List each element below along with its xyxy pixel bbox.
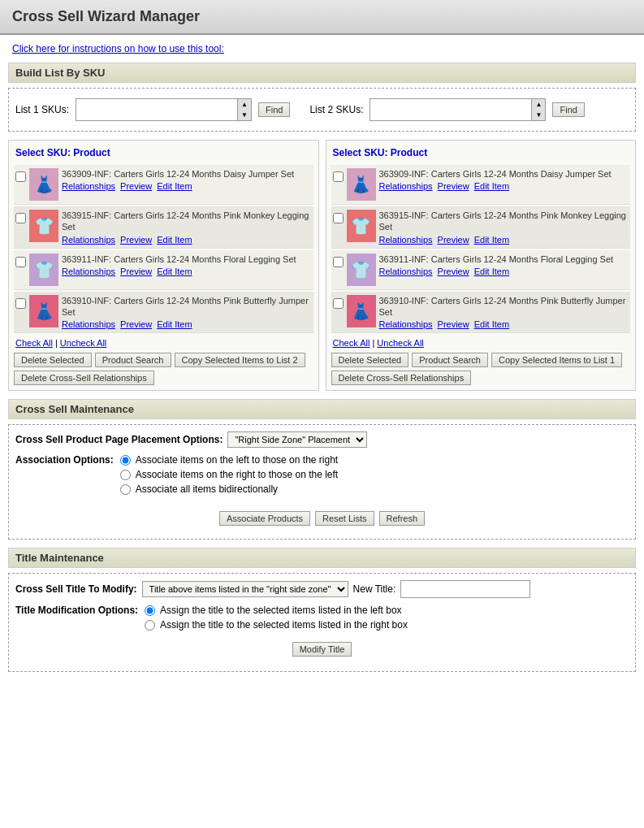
list2-products: 👗363909-INF: Carters Girls 12-24 Months … [331, 165, 631, 333]
associate-products-button[interactable]: Associate Products [219, 511, 310, 526]
product-name: 363910-INF: Carters Girls 12-24 Months P… [62, 295, 312, 319]
product-checkbox-p2l1[interactable] [15, 213, 26, 223]
product-link-preview[interactable]: Preview [438, 235, 469, 245]
product-link-edit-item[interactable]: Edit Item [474, 181, 509, 191]
product-link-relationships[interactable]: Relationships [379, 181, 433, 191]
list1-find-button[interactable]: Find [258, 102, 290, 117]
build-list-section: List 1 SKUs: ▲ ▼ Find List 2 SKUs: ▲ ▼ F… [8, 88, 636, 132]
product-checkbox-p4l1[interactable] [15, 298, 26, 309]
product-checkbox-p1l1[interactable] [15, 171, 26, 182]
product-link-preview[interactable]: Preview [438, 267, 469, 276]
list-item: 👗363909-INF: Carters Girls 12-24 Months … [331, 165, 631, 205]
list2-sku-input[interactable] [370, 98, 532, 121]
list1-action-buttons: Delete Selected Product Search Copy Sele… [14, 353, 313, 367]
product-link-preview[interactable]: Preview [120, 181, 152, 191]
list1-uncheck-all[interactable]: Uncheck All [60, 338, 106, 348]
product-thumbnail: 👕 [29, 254, 58, 286]
product-checkbox-p3l2[interactable] [333, 257, 344, 267]
product-link-edit-item[interactable]: Edit Item [157, 319, 192, 329]
product-link-preview[interactable]: Preview [438, 319, 469, 329]
list1-copy-to-list2[interactable]: Copy Selected Items to List 2 [175, 353, 305, 367]
list2-spinner: ▲ ▼ [532, 98, 546, 121]
product-thumbnail: 👗 [29, 168, 58, 201]
list2-delete-selected[interactable]: Delete Selected [331, 353, 409, 367]
product-link-relationships[interactable]: Relationships [62, 181, 115, 191]
assoc-buttons-row: Associate Products Reset Lists Refresh [15, 511, 629, 526]
title-options: Assign the title to the selected items l… [145, 605, 408, 634]
instructions-link[interactable]: Click here for instructions on how to us… [12, 43, 224, 54]
product-checkbox-p1l2[interactable] [333, 171, 344, 182]
product-link-edit-item[interactable]: Edit Item [474, 235, 509, 245]
list1-product-search[interactable]: Product Search [95, 353, 171, 367]
assoc-radio-1[interactable] [120, 455, 131, 466]
assoc-radio-2[interactable] [120, 470, 131, 480]
product-link-preview[interactable]: Preview [120, 267, 152, 276]
list2-copy-to-list1[interactable]: Copy Selected Items to List 1 [491, 353, 622, 367]
product-link-edit-item[interactable]: Edit Item [474, 319, 509, 329]
title-modify-row: Cross Sell Title To Modify: Title above … [15, 580, 629, 598]
assoc-radio-3[interactable] [120, 484, 131, 495]
title-options-label: Title Modification Options: [15, 605, 138, 616]
product-name: 363909-INF: Carters Girls 12-24 Months D… [379, 168, 629, 180]
product-link-relationships[interactable]: Relationships [62, 235, 115, 245]
list2-panel: Select SKU: Product 👗363909-INF: Carters… [326, 140, 637, 391]
assoc-option-2[interactable]: Associate items on the right to those on… [120, 469, 338, 480]
title-select[interactable]: Title above items listed in the "right s… [142, 581, 348, 597]
title-radio-1[interactable] [145, 605, 155, 616]
list2-delete-cross-sell[interactable]: Delete Cross-Sell Relationships [331, 371, 472, 385]
list2-check-all[interactable]: Check All [333, 338, 370, 348]
list1-spinner-up[interactable]: ▲ [238, 99, 251, 110]
list2-find-button[interactable]: Find [552, 102, 584, 117]
product-checkbox-p2l2[interactable] [333, 213, 344, 223]
product-thumbnail: 👕 [347, 254, 376, 286]
list2-sku-label: List 2 SKUs: [309, 104, 363, 115]
product-name: 363911-INF: Carters Girls 12-24 Months F… [379, 254, 629, 265]
list2-extra-buttons: Delete Cross-Sell Relationships [331, 371, 631, 385]
list1-input-wrap: ▲ ▼ [76, 98, 252, 121]
list2-uncheck-all[interactable]: Uncheck All [377, 338, 423, 348]
reset-lists-button[interactable]: Reset Lists [315, 511, 374, 526]
product-link-relationships[interactable]: Relationships [62, 267, 115, 276]
product-link-relationships[interactable]: Relationships [379, 319, 433, 329]
modify-btn-row: Modify Title [15, 642, 629, 657]
product-link-edit-item[interactable]: Edit Item [157, 235, 192, 245]
product-thumbnail: 👕 [29, 210, 58, 242]
refresh-button[interactable]: Refresh [379, 511, 426, 526]
product-link-edit-item[interactable]: Edit Item [157, 267, 192, 276]
list1-panel: Select SKU: Product 👗363909-INF: Carters… [8, 140, 319, 391]
product-link-relationships[interactable]: Relationships [62, 319, 115, 329]
assoc-option-1[interactable]: Associate items on the left to those on … [120, 454, 338, 466]
list2-spinner-down[interactable]: ▼ [532, 110, 545, 120]
product-link-preview[interactable]: Preview [438, 181, 469, 191]
list2-product-search[interactable]: Product Search [412, 353, 488, 367]
list1-spinner-down[interactable]: ▼ [238, 110, 251, 120]
list-item: 👗363910-INF: Carters Girls 12-24 Months … [14, 292, 313, 334]
product-link-preview[interactable]: Preview [120, 319, 152, 329]
list-item: 👕363915-INF: Carters Girls 12-24 Months … [14, 206, 313, 249]
product-link-edit-item[interactable]: Edit Item [474, 267, 509, 276]
list1-sku-input[interactable] [76, 98, 238, 121]
list1-check-all[interactable]: Check All [15, 338, 53, 348]
list1-delete-selected[interactable]: Delete Selected [14, 353, 92, 367]
product-checkbox-p4l2[interactable] [333, 298, 344, 309]
list1-extra-buttons: Delete Cross-Sell Relationships [14, 371, 313, 385]
modify-title-button[interactable]: Modify Title [292, 642, 352, 657]
product-checkbox-p3l1[interactable] [15, 257, 26, 267]
list1-delete-cross-sell[interactable]: Delete Cross-Sell Relationships [14, 371, 154, 385]
product-link-edit-item[interactable]: Edit Item [157, 181, 192, 191]
association-options: Associate items on the left to those on … [120, 454, 338, 498]
product-link-relationships[interactable]: Relationships [379, 267, 433, 276]
title-option-1[interactable]: Assign the title to the selected items l… [145, 605, 408, 616]
title-option-2[interactable]: Assign the title to the selected items l… [145, 619, 408, 631]
assoc-option-3[interactable]: Associate all items bidirectionally [120, 483, 338, 495]
list1-products: 👗363909-INF: Carters Girls 12-24 Months … [14, 165, 313, 333]
placement-select[interactable]: "Right Side Zone" Placement "Bottom Zone… [227, 431, 367, 448]
list2-panel-header: Select SKU: Product [331, 145, 631, 160]
list1-spinner: ▲ ▼ [238, 98, 252, 121]
product-link-preview[interactable]: Preview [120, 235, 152, 245]
list2-spinner-up[interactable]: ▲ [532, 99, 545, 110]
page-title: Cross Sell Wizard Manager [12, 8, 632, 25]
product-link-relationships[interactable]: Relationships [379, 235, 433, 245]
title-radio-2[interactable] [145, 620, 155, 631]
new-title-input[interactable] [400, 580, 530, 598]
